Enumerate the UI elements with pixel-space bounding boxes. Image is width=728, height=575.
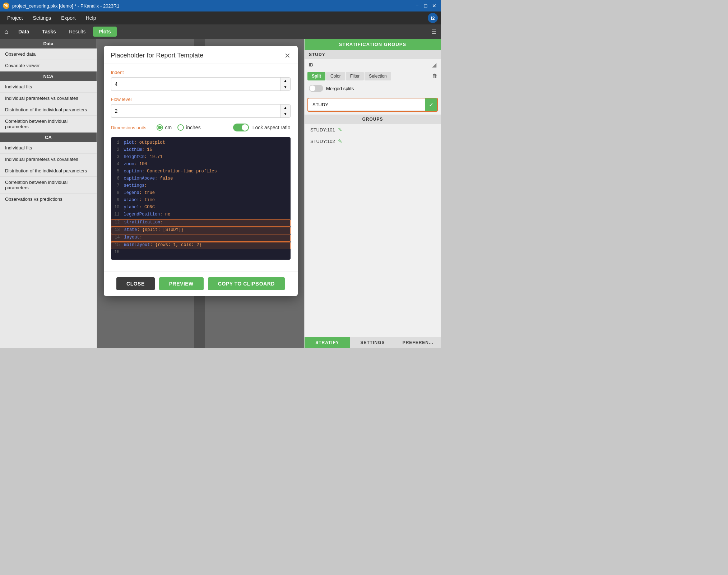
main-layout: Data Observed data Covariate viewer NCA …	[0, 39, 441, 348]
copy-to-clipboard-button[interactable]: COPY TO CLIPBOARD	[208, 277, 285, 290]
group-101-label: STUDY:101	[310, 127, 335, 133]
right-id-icon[interactable]: ◢	[432, 61, 436, 68]
indent-down-button[interactable]: ▼	[281, 84, 290, 91]
sidebar-item-ca-distribution[interactable]: Distribution of the individual parameter…	[0, 165, 97, 177]
nav-bar: ⌂ Data Tasks Results Plots ☰	[0, 24, 441, 39]
close-button[interactable]: CLOSE	[116, 277, 155, 290]
code-line-8: 8 legend: true	[111, 190, 291, 198]
flow-level-label: Flow level	[111, 97, 291, 102]
chat-icon[interactable]: ☰	[431, 28, 436, 35]
dimensions-label: Dimensions units	[111, 125, 147, 130]
menu-export[interactable]: Export	[57, 14, 80, 22]
indent-input[interactable]	[111, 79, 280, 89]
code-line-11: 11 legendPosition: ne	[111, 212, 291, 219]
code-editor[interactable]: 1plot: outputplot2widthCm: 163heightCm: …	[111, 137, 291, 260]
close-window-button[interactable]: ✕	[431, 2, 438, 9]
sidebar-header-data: Data	[0, 39, 97, 48]
right-tabs: Split Color Filter Selection 🗑	[305, 70, 441, 82]
sidebar-item-nca-distribution[interactable]: Distribution of the individual parameter…	[0, 104, 97, 116]
sidebar-item-nca-parameters-vs-covariates[interactable]: Individual parameters vs covariates	[0, 93, 97, 104]
flow-level-input-row: ▲ ▼	[111, 104, 291, 118]
sidebar-item-nca-correlation[interactable]: Correlation between individual parameter…	[0, 116, 97, 133]
code-line-10: 10 yLabel: CONC	[111, 205, 291, 212]
merged-splits-toggle[interactable]	[309, 85, 323, 92]
tab-plots[interactable]: Plots	[93, 27, 117, 37]
group-item-102: STUDY:102 ✎	[305, 135, 441, 147]
modal-footer: CLOSE PREVIEW COPY TO CLIPBOARD	[104, 271, 298, 296]
bottom-tabs: STRATIFY SETTINGS PREFEREN...	[305, 337, 441, 348]
modal-title: Placeholder for Report Template	[111, 52, 204, 59]
code-line-4: 4zoom: 100	[111, 162, 291, 169]
sidebar-item-ca-parameters-vs-covariates[interactable]: Individual parameters vs covariates	[0, 154, 97, 165]
code-line-3: 3heightCm: 19.71	[111, 154, 291, 162]
tab-split[interactable]: Split	[307, 72, 325, 80]
code-line-7: 7settings:	[111, 183, 291, 190]
group-101-edit-icon[interactable]: ✎	[338, 127, 342, 133]
radio-group-units: cm inches	[157, 124, 201, 131]
lock-aspect-label: Lock aspect ratio	[252, 125, 291, 130]
indent-spinner: ▲ ▼	[280, 78, 290, 91]
merged-splits-row: Merged splits	[305, 82, 441, 95]
home-icon[interactable]: ⌂	[4, 28, 8, 36]
menu-settings[interactable]: Settings	[29, 14, 56, 22]
info-badge[interactable]: i2	[428, 13, 438, 23]
code-line-14: 14layout:	[111, 235, 291, 242]
radio-inches-option[interactable]: inches	[177, 124, 200, 131]
radio-cm-label: cm	[165, 125, 172, 130]
lock-ratio-row: Lock aspect ratio	[233, 124, 291, 131]
tab-selection[interactable]: Selection	[365, 72, 391, 80]
sidebar-header-nca: NCA	[0, 71, 97, 81]
sidebar: Data Observed data Covariate viewer NCA …	[0, 39, 97, 348]
lock-aspect-toggle[interactable]	[233, 124, 249, 131]
code-line-5: 5caption: Concentration-time profiles	[111, 169, 291, 176]
sidebar-item-ca-observations-vs-predictions[interactable]: Observations vs predictions	[0, 194, 97, 205]
delete-stratification-button[interactable]: 🗑	[432, 73, 438, 79]
tab-filter[interactable]: Filter	[346, 72, 364, 80]
radio-cm-option[interactable]: cm	[157, 124, 172, 131]
sidebar-item-covariate-viewer[interactable]: Covariate viewer	[0, 60, 97, 71]
code-line-13: 13 state: {split: [STUDY]}	[111, 227, 291, 234]
menu-help[interactable]: Help	[82, 14, 101, 22]
tab-data[interactable]: Data	[13, 27, 35, 37]
tab-results[interactable]: Results	[63, 27, 92, 37]
sidebar-item-ca-correlation[interactable]: Correlation between individual parameter…	[0, 177, 97, 194]
flow-level-up-button[interactable]: ▲	[281, 105, 290, 111]
dimensions-row: Dimensions units cm inches	[111, 124, 291, 131]
flow-level-group: Flow level ▲ ▼	[111, 97, 291, 118]
study-check-icon: ✓	[425, 98, 437, 111]
flow-level-down-button[interactable]: ▼	[281, 111, 290, 117]
indent-up-button[interactable]: ▲	[281, 78, 290, 84]
study-input-row: ✓	[307, 98, 438, 112]
minimize-button[interactable]: −	[413, 2, 421, 9]
sidebar-item-nca-individual-fits[interactable]: Individual fits	[0, 81, 97, 93]
tab-color[interactable]: Color	[326, 72, 345, 80]
code-line-15: 15 mainLayout: {rows: 1, cols: 2}	[111, 242, 291, 249]
bottom-tab-stratify[interactable]: STRATIFY	[305, 337, 350, 348]
indent-input-row: ▲ ▼	[111, 77, 291, 91]
merged-splits-label: Merged splits	[326, 86, 354, 91]
group-item-101: STUDY:101 ✎	[305, 124, 441, 135]
group-102-edit-icon[interactable]: ✎	[338, 138, 342, 144]
code-line-2: 2widthCm: 16	[111, 147, 291, 154]
maximize-button[interactable]: □	[422, 2, 429, 9]
modal-close-x-button[interactable]: ✕	[284, 52, 291, 59]
preview-button[interactable]: PREVIEW	[159, 277, 204, 290]
window-title: project_censoring.pkx [demo] * - PKanali…	[12, 3, 119, 9]
modal-header: Placeholder for Report Template ✕	[104, 46, 298, 64]
flow-level-input[interactable]	[111, 106, 280, 116]
radio-cm-circle	[157, 124, 163, 131]
code-line-1: 1plot: outputplot	[111, 140, 291, 147]
bottom-tab-settings[interactable]: SETTINGS	[350, 337, 395, 348]
sidebar-item-observed-data[interactable]: Observed data	[0, 48, 97, 60]
sidebar-header-ca: CA	[0, 133, 97, 142]
menu-project[interactable]: Project	[3, 14, 27, 22]
code-line-9: 9 xLabel: time	[111, 198, 291, 205]
tab-tasks[interactable]: Tasks	[36, 27, 62, 37]
sidebar-item-ca-individual-fits[interactable]: Individual fits	[0, 142, 97, 154]
bottom-tab-preferences[interactable]: PREFEREN...	[395, 337, 441, 348]
radio-inches-circle	[177, 124, 184, 131]
modal-overlay: Placeholder for Report Template ✕ Indent…	[97, 39, 304, 348]
right-panel: STRATIFICATION GROUPS STUDY ID ◢ Split C…	[304, 39, 441, 348]
indent-label: Indent	[111, 70, 291, 75]
study-input-field[interactable]	[308, 99, 425, 110]
